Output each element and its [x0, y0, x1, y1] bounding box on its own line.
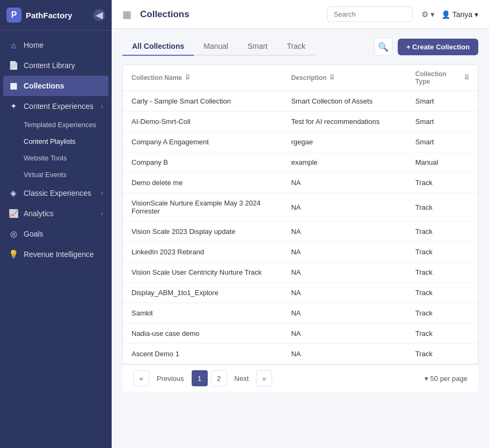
table-row[interactable]: VisionScale Nurture Example May 3 2024 F… — [123, 193, 478, 222]
collections-table: Collection Name ⠿ Description ⠿ — [122, 64, 478, 364]
cell-description: NA — [282, 303, 406, 324]
sidebar-item-goals[interactable]: ◎ Goals — [0, 224, 112, 244]
sidebar-item-home[interactable]: ⌂ Home — [0, 35, 112, 55]
cell-description: example — [282, 152, 406, 173]
pagination-first-button[interactable]: « — [133, 370, 149, 386]
tab-track[interactable]: Track — [278, 38, 315, 56]
table-row[interactable]: Display_ABM_1to1_Explore NA Track — [123, 283, 478, 303]
cell-type: Smart — [407, 91, 478, 112]
cell-description: NA — [282, 324, 406, 344]
col-name-sort-icon[interactable]: ⠿ — [185, 74, 190, 82]
sidebar-item-analytics[interactable]: 📈 Analytics › — [0, 203, 112, 224]
sidebar-sub-content-playlists-label: Content Playlists — [24, 137, 76, 145]
col-desc-sort-icon[interactable]: ⠿ — [330, 74, 334, 82]
cell-description: Test for AI recommendations — [282, 112, 406, 132]
cell-description: NA — [282, 283, 406, 303]
tab-smart[interactable]: Smart — [238, 38, 277, 56]
sidebar-item-classic-experiences[interactable]: ◈ Classic Experiences › — [0, 183, 112, 203]
sidebar-sub-virtual-events-label: Virtual Events — [24, 171, 67, 179]
cell-name: Nadia-use case demo — [123, 324, 282, 344]
pagination-previous-button[interactable]: Previous — [152, 372, 188, 385]
cell-name: Vision Scale User Centricity Nurture Tra… — [123, 262, 282, 283]
sidebar-item-revenue-intelligence-label: Revenue Intelligence — [24, 250, 94, 259]
cell-type: Track — [407, 173, 478, 193]
cell-description: NA — [282, 222, 406, 242]
cell-type: Track — [407, 242, 478, 262]
table-row[interactable]: Vision Scale User Centricity Nurture Tra… — [123, 262, 478, 283]
sidebar-sub-website-tools[interactable]: Website Tools — [0, 150, 112, 166]
cell-name: AI-Demo-Smrt-Coll — [123, 112, 282, 132]
table-row[interactable]: LinkedIn 2023 Rebrand NA Track — [123, 242, 478, 262]
content-experiences-chevron: › — [101, 102, 103, 110]
per-page-chevron: ▾ — [425, 374, 428, 383]
gear-icon: ⚙ — [421, 10, 428, 19]
cell-type: Track — [407, 283, 478, 303]
user-menu-button[interactable]: 👤 Tanya ▾ — [441, 10, 478, 19]
pagination-last-button[interactable]: » — [256, 370, 272, 386]
logo-text: PathFactory — [26, 11, 72, 20]
sidebar-sub-content-playlists[interactable]: Content Playlists — [0, 133, 112, 150]
content-area: All Collections Manual Smart Track 🔍 + C… — [112, 29, 489, 448]
sidebar-sub-templated-experiences[interactable]: Templated Experiences — [0, 116, 112, 133]
pagination: « Previous 1 2 Next » ▾ 50 per page — [122, 364, 478, 392]
analytics-chevron: › — [101, 210, 103, 217]
sidebar: P PathFactory ◀ ⌂ Home 📄 Content Library… — [0, 0, 112, 448]
table-row[interactable]: Vision Scale 2023 Display update NA Trac… — [123, 222, 478, 242]
gear-chevron: ▾ — [430, 10, 435, 19]
col-type-sort-icon[interactable]: ⠿ — [464, 74, 469, 82]
user-avatar-icon: 👤 — [441, 10, 450, 19]
topbar-search-area — [327, 6, 413, 22]
col-header-type: Collection Type ⠿ — [407, 65, 478, 91]
sidebar-item-content-experiences-label: Content Experiences — [24, 102, 93, 111]
sidebar-nav: ⌂ Home 📄 Content Library ▦ Collections ✦… — [0, 31, 112, 448]
sidebar-collapse-button[interactable]: ◀ — [93, 9, 105, 21]
sidebar-item-goals-label: Goals — [24, 230, 43, 238]
settings-button[interactable]: ⚙ ▾ — [421, 10, 435, 19]
cell-name: Display_ABM_1to1_Explore — [123, 283, 282, 303]
search-input[interactable] — [327, 6, 413, 22]
table-row[interactable]: AI-Demo-Smrt-Coll Test for AI recommenda… — [123, 112, 478, 132]
table-search-button[interactable]: 🔍 — [374, 38, 392, 56]
collections-icon: ▦ — [9, 81, 18, 91]
col-header-description: Description ⠿ — [282, 65, 406, 91]
cell-type: Track — [407, 262, 478, 283]
table-row[interactable]: Carly - Sample Smart Collection Smart Co… — [123, 91, 478, 112]
pagination-next-button[interactable]: Next — [230, 372, 253, 385]
pagination-page-2[interactable]: 2 — [211, 370, 227, 386]
sidebar-item-content-experiences[interactable]: ✦ Content Experiences › — [0, 96, 112, 116]
sidebar-item-collections[interactable]: ▦ Collections — [3, 76, 108, 96]
content-library-icon: 📄 — [9, 61, 18, 70]
page-title: Collections — [140, 9, 189, 20]
classic-experiences-chevron: › — [101, 189, 103, 197]
tab-all-collections[interactable]: All Collections — [122, 38, 194, 56]
table-row[interactable]: Company A Engagement rgegae Smart — [123, 132, 478, 152]
pagination-page-1[interactable]: 1 — [192, 370, 208, 386]
topbar-actions: ⚙ ▾ 👤 Tanya ▾ — [421, 10, 478, 19]
cell-name: Company B — [123, 152, 282, 173]
sidebar-item-revenue-intelligence[interactable]: 💡 Revenue Intelligence — [0, 244, 112, 265]
sidebar-item-content-library[interactable]: 📄 Content Library — [0, 55, 112, 76]
tabs-row: All Collections Manual Smart Track 🔍 + C… — [122, 38, 478, 56]
cell-type: Manual — [407, 152, 478, 173]
cell-type: Smart — [407, 132, 478, 152]
cell-description: rgegae — [282, 132, 406, 152]
user-chevron: ▾ — [475, 10, 478, 19]
search-icon: 🔍 — [378, 42, 389, 52]
cell-type: Track — [407, 303, 478, 324]
table-row[interactable]: Demo delete me NA Track — [123, 173, 478, 193]
cell-type: Track — [407, 344, 478, 364]
sidebar-sub-virtual-events[interactable]: Virtual Events — [0, 166, 112, 183]
pagination-controls: « Previous 1 2 Next » — [133, 370, 272, 386]
table-row[interactable]: Nadia-use case demo NA Track — [123, 324, 478, 344]
cell-name: VisionScale Nurture Example May 3 2024 F… — [123, 193, 282, 222]
logo-icon: P — [6, 8, 21, 23]
per-page-selector[interactable]: ▾ 50 per page — [425, 374, 468, 383]
table-row[interactable]: Company B example Manual — [123, 152, 478, 173]
tab-manual[interactable]: Manual — [194, 38, 238, 56]
sidebar-sub-templated-experiences-label: Templated Experiences — [24, 121, 96, 129]
table-row[interactable]: Samkit NA Track — [123, 303, 478, 324]
cell-name: Vision Scale 2023 Display update — [123, 222, 282, 242]
cell-description: NA — [282, 262, 406, 283]
create-collection-button[interactable]: + Create Collection — [398, 39, 478, 55]
table-row[interactable]: Ascent Demo 1 NA Track — [123, 344, 478, 364]
